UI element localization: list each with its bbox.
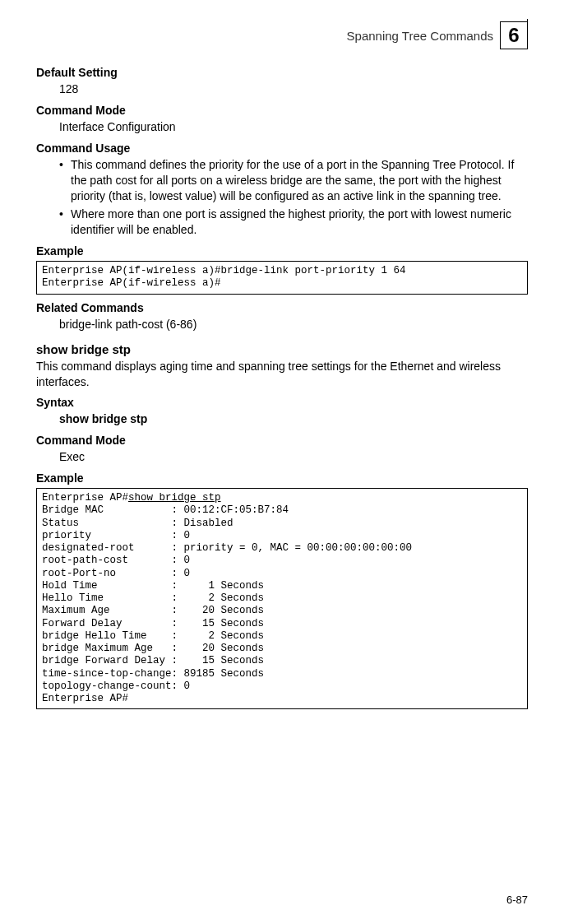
command-usage-list: • This command defines the priority for … [59,157,528,238]
default-setting-title: Default Setting [36,66,528,79]
example-2-code: Enterprise AP#show bridge stp Bridge MAC… [36,488,528,709]
command-description: This command displays aging time and spa… [36,359,528,390]
example-2-title: Example [36,471,528,485]
example-1-title: Example [36,244,528,258]
syntax-value: show bridge stp [59,411,528,427]
page-header: Spanning Tree Commands 6 [36,21,528,49]
command-mode-1-title: Command Mode [36,104,528,117]
bullet-text: This command defines the priority for th… [71,157,528,204]
command-mode-2-value: Exec [59,449,528,465]
code-prompt-command: show bridge stp [128,492,221,504]
bullet-icon: • [59,157,71,204]
example-1-code: Enterprise AP(if-wireless a)#bridge-link… [36,261,528,295]
command-name-title: show bridge stp [36,342,528,356]
command-mode-2-title: Command Mode [36,434,528,447]
related-commands-value: bridge-link path-cost (6-86) [59,317,528,332]
command-mode-1-value: Interface Configuration [59,119,528,135]
list-item: • Where more than one port is assigned t… [59,207,528,238]
chapter-number: 6 [508,24,519,47]
chapter-number-box: 6 [500,21,528,49]
code-body: Bridge MAC : 00:12:CF:05:B7:84 Status : … [42,504,412,704]
bullet-icon: • [59,207,71,238]
page-container: Spanning Tree Commands 6 Default Setting… [0,0,564,924]
related-commands-title: Related Commands [36,301,528,314]
syntax-title: Syntax [36,396,528,409]
page-number: 6-87 [506,894,528,906]
command-usage-title: Command Usage [36,142,528,155]
default-setting-value: 128 [59,81,528,97]
bullet-text: Where more than one port is assigned the… [71,207,528,238]
code-prompt-prefix: Enterprise AP# [42,492,128,504]
header-section-title: Spanning Tree Commands [347,29,493,43]
list-item: • This command defines the priority for … [59,157,528,204]
